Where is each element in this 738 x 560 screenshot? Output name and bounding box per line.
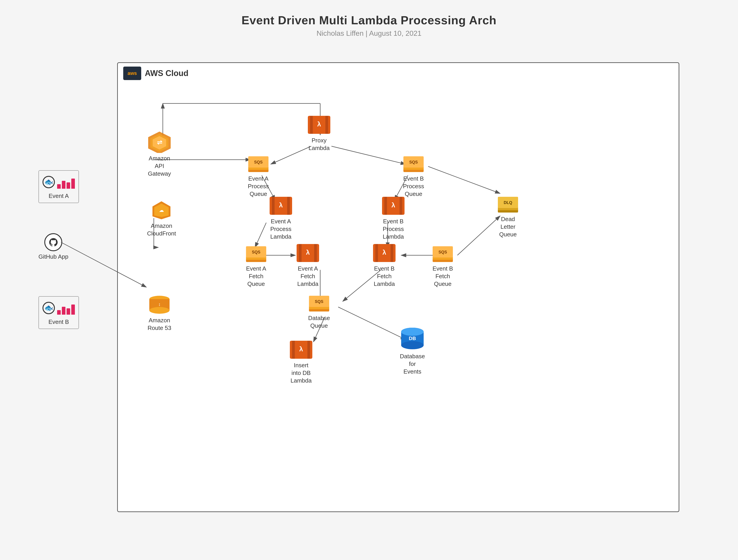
page-subtitle: Nicholas Liffen | August 10, 2021	[242, 29, 496, 38]
event-b-external: 🐟 Event B	[38, 296, 79, 329]
event-a-fetch-lambda-icon: λ	[296, 243, 320, 263]
database-queue-icon: SQS	[307, 292, 331, 313]
event-b-fetch-lambda-icon: λ	[372, 243, 397, 263]
cloudfront-icon: ☁	[149, 200, 174, 220]
event-a-external: 🐟 Event A	[38, 170, 79, 203]
event-a-box: 🐟 Event A	[38, 170, 79, 203]
aws-logo: aws	[123, 66, 141, 80]
database-queue-label: DatabseQueue	[308, 314, 330, 330]
connections-svg	[118, 63, 679, 511]
event-b-label: Event B	[48, 318, 69, 326]
svg-rect-56	[375, 244, 378, 262]
event-b-fetch-lambda-label: Event BFetchLambda	[374, 265, 395, 288]
diagram-wrapper: aws AWS Cloud	[32, 44, 706, 539]
svg-line-7	[271, 146, 311, 164]
svg-line-18	[338, 307, 406, 340]
svg-rect-52	[299, 244, 302, 262]
svg-text:λ: λ	[306, 249, 310, 256]
page-title: Event Driven Multi Lambda Processing Arc…	[242, 13, 496, 27]
github-app-external: GitHub App	[38, 233, 68, 261]
svg-rect-41	[287, 197, 290, 215]
event-b-process-queue-icon: SQS	[401, 153, 426, 173]
event-a-process-lambda-icon: λ	[269, 196, 293, 216]
aws-cloud-box: aws AWS Cloud	[117, 62, 679, 512]
cloudfront-label: AmazonCloudFront	[147, 222, 176, 238]
cloudfront-node: ☁ AmazonCloudFront	[147, 200, 176, 238]
svg-text:↕: ↕	[158, 302, 160, 307]
svg-text:λ: λ	[299, 345, 303, 353]
dead-letter-queue-node: DLQ DeadLetterQueue	[495, 194, 520, 238]
svg-text:SQS: SQS	[252, 250, 260, 254]
database-for-events-icon: DB	[399, 326, 426, 351]
aws-cloud-header: aws AWS Cloud	[118, 63, 194, 84]
proxy-lambda-label: ProxyLambda	[309, 137, 330, 152]
svg-rect-72	[292, 341, 295, 359]
event-b-process-queue-node: SQS Event BProcessQueue	[401, 153, 426, 198]
database-queue-node: SQS DatabseQueue	[307, 292, 331, 330]
svg-rect-73	[307, 341, 310, 359]
event-a-process-lambda-label: Event AProcessLambda	[270, 218, 291, 240]
insert-db-lambda-node: λ Insertinto DBLambda	[289, 340, 314, 384]
svg-text:SQS: SQS	[409, 160, 418, 165]
event-b-fetch-queue-label: Event BFetchQueue	[432, 265, 453, 288]
dead-letter-queue-label: DeadLetterQueue	[499, 216, 517, 238]
event-a-fetch-queue-node: SQS Event AFetchQueue	[244, 243, 269, 288]
api-gateway-node: ⇌ AmazonAPIGateway	[147, 130, 172, 178]
svg-line-8	[331, 146, 406, 164]
event-a-label: Event A	[49, 192, 69, 200]
github-icon	[44, 233, 62, 251]
proxy-lambda-icon: λ	[307, 115, 331, 135]
github-app-label: GitHub App	[38, 253, 68, 261]
svg-text:λ: λ	[382, 249, 386, 256]
svg-text:λ: λ	[279, 201, 283, 209]
svg-point-25	[149, 307, 169, 314]
svg-rect-29	[325, 116, 328, 134]
svg-text:λ: λ	[317, 120, 321, 128]
database-for-events-label: DatabaseforEvents	[400, 353, 425, 375]
event-a-fetch-queue-label: Event AFetchQueue	[246, 265, 266, 288]
event-b-fetch-lambda-node: λ Event BFetchLambda	[372, 243, 397, 288]
event-a-process-lambda-node: λ Event AProcessLambda	[269, 196, 293, 240]
event-b-process-queue-label: Event BProcessQueue	[403, 175, 424, 198]
svg-text:☁: ☁	[159, 207, 164, 213]
svg-line-19	[457, 216, 500, 255]
svg-text:λ: λ	[391, 201, 395, 209]
event-a-fetch-queue-icon: SQS	[244, 243, 269, 263]
api-gateway-label: AmazonAPIGateway	[148, 155, 171, 178]
event-a-fetch-lambda-node: λ Event AFetchLambda	[296, 243, 320, 288]
dead-letter-queue-icon: DLQ	[495, 194, 520, 214]
event-b-process-lambda-node: λ Event BProcessLambda	[381, 196, 406, 240]
svg-rect-53	[314, 244, 317, 262]
event-b-fetch-queue-node: SQS Event BFetchQueue	[430, 243, 455, 288]
insert-db-lambda-label: Insertinto DBLambda	[291, 362, 312, 384]
api-gateway-icon: ⇌	[147, 130, 172, 153]
event-a-process-queue-icon: SQS	[246, 153, 271, 173]
event-b-process-lambda-label: Event BProcessLambda	[383, 218, 404, 240]
svg-text:SQS: SQS	[315, 299, 323, 304]
svg-text:DB: DB	[409, 335, 416, 341]
route53-node: ↕ AmazonRoute 53	[147, 295, 172, 332]
event-a-process-queue-node: SQS Event AProcessQueue	[246, 153, 271, 198]
svg-text:SQS: SQS	[438, 250, 447, 254]
aws-cloud-label: AWS Cloud	[145, 69, 189, 78]
svg-text:SQS: SQS	[254, 160, 263, 165]
event-b-fetch-queue-icon: SQS	[430, 243, 455, 263]
database-for-events-node: DB DatabaseforEvents	[399, 326, 426, 375]
event-b-box: 🐟 Event B	[38, 296, 79, 329]
svg-rect-28	[310, 116, 313, 134]
route53-label: AmazonRoute 53	[147, 317, 171, 332]
event-a-process-queue-label: Event AProcessQueue	[248, 175, 269, 198]
svg-rect-40	[272, 197, 275, 215]
route53-icon: ↕	[147, 295, 172, 315]
svg-point-78	[401, 328, 424, 336]
proxy-lambda-node: λ ProxyLambda	[307, 115, 331, 152]
svg-point-77	[401, 341, 424, 349]
event-a-fetch-lambda-label: Event AFetchLambda	[297, 265, 318, 288]
svg-text:DLQ: DLQ	[504, 200, 512, 205]
event-b-process-lambda-icon: λ	[381, 196, 406, 216]
page-header: Event Driven Multi Lambda Processing Arc…	[242, 13, 496, 38]
svg-line-20	[428, 167, 500, 194]
svg-rect-44	[384, 197, 387, 215]
svg-text:⇌: ⇌	[157, 139, 162, 146]
svg-rect-45	[400, 197, 402, 215]
